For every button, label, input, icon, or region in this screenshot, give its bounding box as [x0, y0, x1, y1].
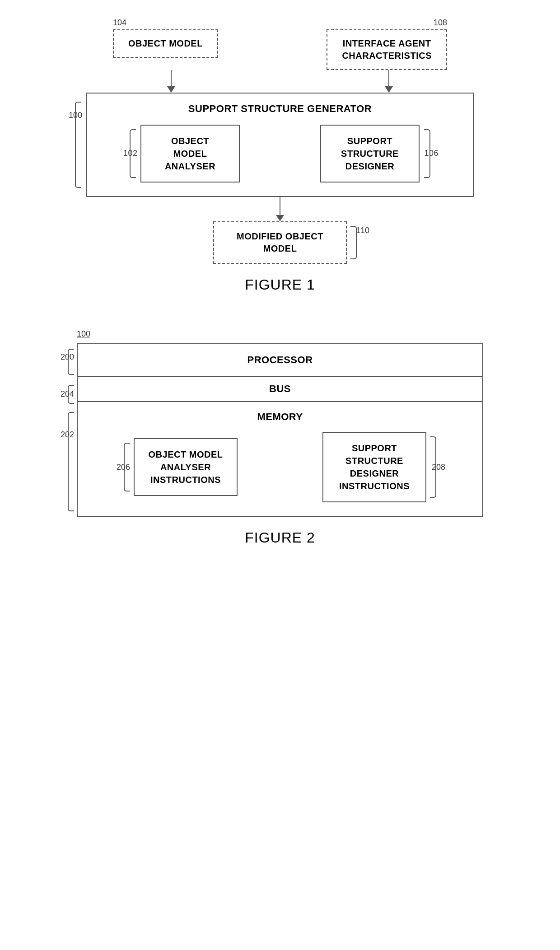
fig1-layout: 104 OBJECT MODEL 108 INTERFACE AGENT CHA… — [86, 18, 474, 264]
fig2-bus-row: BUS — [78, 377, 482, 402]
mom-line1: MODIFIED OBJECT — [237, 231, 323, 241]
support-gen-box: SUPPORT STRUCTURE GENERATOR 102 OBJECT M… — [86, 93, 474, 197]
figure-2-container: 100 200 204 202 PROCESSOR BUS MEMORY — [27, 320, 533, 546]
support-structure-designer-box: SUPPORT STRUCTURE DESIGNER — [320, 125, 420, 183]
support-gen-title: SUPPORT STRUCTURE GENERATOR — [100, 103, 460, 116]
bracket-200 — [68, 349, 74, 375]
ref-104: 104 — [113, 18, 126, 28]
bracket-106-right — [424, 129, 430, 178]
fig2-memory-section: MEMORY 206 OBJECT MODEL ANALYSER INSTRUC… — [78, 402, 482, 516]
mom-line2: MODEL — [263, 243, 297, 253]
fig2-memory-title: MEMORY — [91, 411, 469, 423]
ref-110: 110 — [356, 226, 369, 235]
modified-object-model-box: MODIFIED OBJECT MODEL — [213, 221, 347, 264]
ssd-line2: STRUCTURE — [341, 149, 399, 159]
oma-inst-line3: INSTRUCTIONS — [150, 475, 221, 485]
bracket-102-left — [130, 129, 136, 178]
ssd-inst-line3: DESIGNER — [350, 468, 399, 478]
interface-agent-line2: CHARACTERISTICS — [342, 51, 432, 61]
ssd-inst-line4: INSTRUCTIONS — [339, 481, 410, 491]
arrow-from-object-model — [167, 70, 175, 93]
interface-agent-box: INTERFACE AGENT CHARACTERISTICS — [327, 29, 447, 70]
arrow-to-modified-model — [86, 197, 474, 221]
arrow-from-interface-agent — [385, 70, 393, 93]
ssd-instructions-box: SUPPORT STRUCTURE DESIGNER INSTRUCTIONS — [322, 432, 426, 502]
bracket-206 — [124, 443, 130, 491]
oma-instructions-box: OBJECT MODEL ANALYSER INSTRUCTIONS — [134, 438, 238, 496]
ssd-inst-line2: STRUCTURE — [345, 456, 403, 466]
bracket-100-left — [75, 102, 81, 188]
inner-boxes-row: 102 OBJECT MODEL ANALYSER 106 SUPPORT — [100, 125, 460, 183]
oma-line2: ANALYSER — [165, 161, 215, 171]
interface-agent-line1: INTERFACE AGENT — [343, 38, 431, 48]
bracket-110-right — [350, 226, 357, 259]
ssd-line3: DESIGNER — [345, 161, 394, 171]
fig2-processor-row: PROCESSOR — [78, 344, 482, 377]
bracket-202 — [68, 412, 74, 511]
oma-inst-line2: ANALYSER — [160, 462, 211, 472]
oma-line1: OBJECT MODEL — [171, 136, 209, 159]
fig1-label: FIGURE 1 — [245, 276, 315, 293]
figure-1-container: 104 OBJECT MODEL 108 INTERFACE AGENT CHA… — [27, 18, 533, 293]
ssd-inst-line1: SUPPORT — [352, 443, 397, 453]
modified-model-area: 110 MODIFIED OBJECT MODEL — [86, 221, 474, 264]
bracket-204 — [68, 385, 74, 404]
fig2-ref-100: 100 — [77, 329, 90, 338]
object-model-analyser-box: OBJECT MODEL ANALYSER — [140, 125, 240, 183]
ssd-line1: SUPPORT — [347, 136, 392, 146]
fig2-inner-row: 206 OBJECT MODEL ANALYSER INSTRUCTIONS 2… — [91, 432, 469, 502]
fig2-label: FIGURE 2 — [245, 529, 315, 546]
bracket-208 — [430, 436, 436, 498]
oma-inst-line1: OBJECT MODEL — [149, 449, 223, 459]
fig2-outer-box: 200 204 202 PROCESSOR BUS MEMORY — [77, 343, 483, 517]
fig2-layout: 100 200 204 202 PROCESSOR BUS MEMORY — [77, 329, 483, 517]
ref-108: 108 — [434, 18, 447, 28]
object-model-box: OBJECT MODEL — [113, 29, 218, 58]
